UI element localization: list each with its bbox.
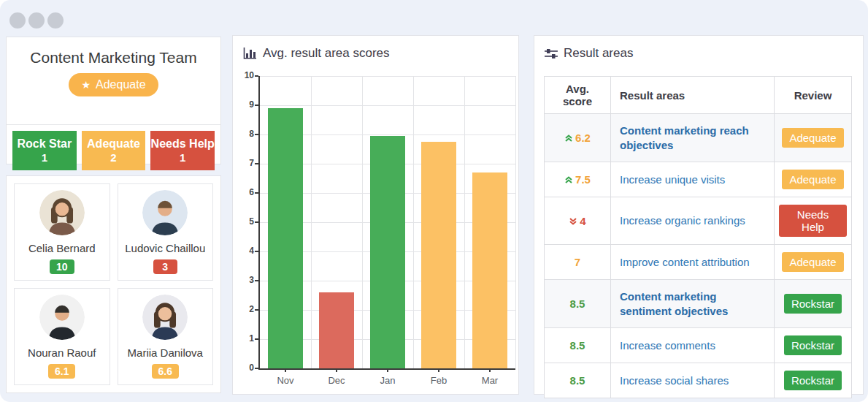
- column-header-avg-score: Avg. score: [545, 77, 611, 114]
- result-area-cell: Increase organic rankings: [611, 197, 775, 245]
- star-icon: ★: [81, 80, 91, 90]
- team-stat-rock-star: Rock Star1: [12, 131, 77, 170]
- avg-score-value: 4: [580, 215, 585, 227]
- result-area-link[interactable]: Increase organic rankings: [620, 214, 745, 227]
- chart-title: Avg. result area scores: [263, 46, 390, 61]
- avg-score-cell: 8.5: [545, 280, 611, 328]
- avg-score-cell: 4: [545, 197, 611, 245]
- team-rating-label: Adequate: [96, 78, 146, 91]
- y-axis-tick-label: 1: [231, 333, 254, 344]
- team-title: Content Marketing Team: [12, 49, 215, 67]
- chart-panel: Avg. result area scores 012345678910NovD…: [232, 35, 519, 395]
- stat-label: Needs Help: [151, 137, 215, 151]
- member-name: Ludovic Chaillou: [125, 242, 205, 254]
- member-card-celia-bernard[interactable]: Celia Bernard10: [14, 183, 110, 281]
- gridline: [362, 76, 363, 368]
- review-cell: Rockstar: [775, 280, 852, 328]
- x-axis-tick-label: Dec: [311, 375, 362, 386]
- member-score-badge: 10: [50, 259, 74, 274]
- y-axis-tick-label: 9: [231, 99, 254, 110]
- x-axis-tick-label: Mar: [464, 375, 515, 386]
- bar-dec: [319, 292, 354, 368]
- avg-score-cell: 6.2: [545, 114, 611, 162]
- y-axis-tick-label: 2: [231, 304, 254, 314]
- result-area-cell: Improve content attribution: [611, 245, 775, 280]
- result-area-link[interactable]: Increase unique visits: [620, 173, 725, 186]
- review-cell: Rockstar: [775, 363, 852, 398]
- y-axis-tick-label: 6: [231, 187, 254, 197]
- sliders-icon: [545, 48, 558, 59]
- x-axis-tick-label: Jan: [362, 375, 413, 386]
- avg-score-value: 7: [575, 256, 580, 268]
- y-axis-tick-label: 5: [231, 216, 254, 227]
- stat-count: 2: [110, 151, 116, 164]
- result-area-link[interactable]: Increase comments: [620, 339, 715, 352]
- result-area-row: 8.5Increase social sharesRockstar: [545, 363, 852, 398]
- member-name: Celia Bernard: [28, 242, 96, 254]
- bar-nov: [268, 108, 303, 368]
- avg-score-value: 8.5: [570, 374, 585, 387]
- y-axis-tick-label: 7: [231, 158, 254, 168]
- y-axis-tick: [255, 309, 258, 311]
- result-area-cell: Increase social shares: [611, 363, 775, 398]
- x-axis-tick-label: Feb: [413, 375, 464, 386]
- gridline: [260, 76, 515, 77]
- result-area-row: 7Improve content attributionAdequate: [545, 245, 852, 280]
- window-titlebar: [9, 12, 64, 29]
- y-axis-tick: [255, 192, 258, 194]
- y-axis-tick-label: 10: [231, 70, 254, 80]
- y-axis-tick: [255, 75, 258, 77]
- window-dot-icon: [9, 12, 26, 29]
- y-axis-tick: [255, 280, 258, 281]
- y-axis-tick: [255, 221, 258, 223]
- y-axis-tick: [255, 338, 258, 340]
- results-panel-header: Result areas: [534, 36, 863, 61]
- review-cell: Adequate: [775, 245, 852, 280]
- trend-up-icon: [564, 133, 573, 143]
- result-areas-panel: Result areas Avg. scoreResult areasRevie…: [534, 35, 864, 395]
- member-avatar: [142, 295, 188, 340]
- result-area-row: 8.5Increase commentsRockstar: [545, 328, 852, 363]
- team-stat-needs-help: Needs Help1: [150, 131, 215, 170]
- gridline: [515, 76, 516, 368]
- gridline: [464, 76, 465, 368]
- member-name: Mariia Danilova: [128, 346, 203, 359]
- y-axis-tick-label: 3: [231, 275, 254, 285]
- bar-mar: [472, 172, 507, 368]
- y-axis-tick: [255, 105, 258, 106]
- result-area-link[interactable]: Increase social shares: [620, 374, 729, 387]
- avg-score-cell: 7: [545, 245, 611, 280]
- bar-chart-icon: [243, 48, 257, 60]
- x-axis-tick: [285, 368, 286, 372]
- member-score-badge: 6.1: [48, 364, 75, 379]
- result-area-link[interactable]: Improve content attribution: [620, 256, 750, 268]
- team-members-card: Celia Bernard10Ludovic Chaillou3Nouran R…: [6, 175, 221, 393]
- x-axis-tick: [489, 368, 491, 372]
- avg-score-cell: 8.5: [545, 328, 611, 363]
- x-axis-tick-label: Nov: [260, 375, 311, 386]
- review-badge: Rockstar: [784, 371, 842, 390]
- stat-label: Rock Star: [17, 137, 72, 151]
- review-cell: Adequate: [775, 114, 852, 162]
- member-score-badge: 6.6: [152, 364, 179, 379]
- y-axis-tick: [255, 251, 258, 252]
- result-area-cell: Content marketing reach objectives: [611, 114, 775, 162]
- gridline: [311, 76, 312, 368]
- member-score-badge: 3: [153, 259, 177, 274]
- member-card-mariia-danilova[interactable]: Mariia Danilova6.6: [118, 288, 214, 385]
- chart-panel-header: Avg. result area scores: [233, 36, 518, 61]
- member-card-nouran-raouf[interactable]: Nouran Raouf6.1: [14, 288, 110, 385]
- review-cell: Adequate: [775, 162, 852, 197]
- result-area-row: 6.2Content marketing reach objectivesAde…: [545, 114, 852, 162]
- review-badge: Rockstar: [784, 335, 842, 355]
- result-area-row: 7.5Increase unique visitsAdequate: [545, 162, 852, 197]
- member-card-ludovic-chaillou[interactable]: Ludovic Chaillou3: [118, 183, 214, 281]
- result-area-cell: Increase unique visits: [611, 162, 775, 197]
- review-badge: Needs Help: [779, 205, 847, 237]
- avg-score-value: 7.5: [575, 173, 591, 186]
- result-area-link[interactable]: Content marketing sentiment objectives: [620, 290, 728, 317]
- x-axis-tick: [387, 368, 388, 372]
- result-area-cell: Content marketing sentiment objectives: [611, 280, 775, 328]
- avg-score-cell: 7.5: [545, 162, 611, 197]
- result-area-link[interactable]: Content marketing reach objectives: [620, 124, 749, 151]
